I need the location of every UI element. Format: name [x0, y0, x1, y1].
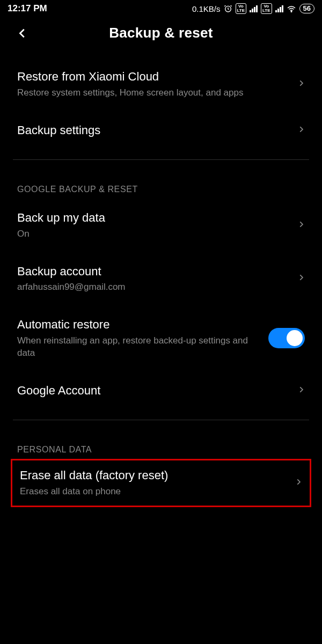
- restore-xiaomi-cloud-item[interactable]: Restore from Xiaomi Cloud Restore system…: [13, 57, 309, 111]
- factory-reset-item[interactable]: Erase all data (factory reset) Erases al…: [13, 462, 309, 504]
- item-title: Google Account: [17, 383, 290, 399]
- item-title: Erase all data (factory reset): [20, 468, 287, 484]
- list-section-xiaomi: Restore from Xiaomi Cloud Restore system…: [0, 57, 322, 150]
- highlight-erase-box: Erase all data (factory reset) Erases al…: [11, 459, 311, 507]
- divider: [13, 420, 309, 420]
- status-right: 0.1KB/s VoLTE VoLTE 56: [192, 3, 314, 14]
- toggle-knob: [287, 330, 303, 346]
- list-section-google: Back up my data On Backup account arfahu…: [0, 199, 322, 410]
- item-subtitle: When reinstalling an app, restore backed…: [17, 335, 261, 360]
- signal-icon-1: [250, 5, 258, 12]
- item-title: Back up my data: [17, 210, 290, 226]
- status-bar: 12:17 PM 0.1KB/s VoLTE VoLTE 56: [0, 0, 322, 15]
- backup-account-item[interactable]: Backup account arfahussain99@gmail.com: [13, 252, 309, 306]
- back-button[interactable]: [13, 24, 32, 43]
- automatic-restore-item[interactable]: Automatic restore When reinstalling an a…: [13, 305, 309, 371]
- backup-my-data-item[interactable]: Back up my data On: [13, 199, 309, 252]
- chevron-right-icon: [297, 123, 305, 137]
- chevron-right-icon: [295, 476, 302, 490]
- wifi-icon: [287, 5, 296, 12]
- item-title: Restore from Xiaomi Cloud: [17, 69, 290, 85]
- chevron-right-icon: [297, 77, 305, 91]
- item-subtitle: Erases all data on phone: [20, 486, 287, 498]
- chevron-right-icon: [297, 272, 305, 286]
- svg-point-1: [291, 11, 292, 12]
- volte-icon-1: VoLTE: [236, 3, 247, 14]
- page-title: Backup & reset: [9, 25, 313, 41]
- divider: [13, 159, 309, 160]
- volte-icon-2: VoLTE: [261, 3, 272, 14]
- automatic-restore-toggle[interactable]: [268, 328, 305, 348]
- backup-settings-item[interactable]: Backup settings: [13, 111, 309, 150]
- google-account-item[interactable]: Google Account: [13, 371, 309, 411]
- battery-indicator: 56: [299, 4, 314, 13]
- item-subtitle: Restore system settings, Home screen lay…: [17, 87, 290, 99]
- chevron-right-icon: [297, 218, 305, 232]
- item-subtitle: On: [17, 228, 290, 240]
- status-time: 12:17 PM: [8, 3, 47, 14]
- section-google-label: GOOGLE BACKUP & RESET: [0, 170, 322, 199]
- signal-icon-2: [275, 5, 283, 12]
- item-title: Automatic restore: [17, 317, 261, 333]
- item-subtitle: arfahussain99@gmail.com: [17, 281, 290, 294]
- item-title: Backup settings: [17, 123, 290, 138]
- alarm-icon: [224, 4, 232, 13]
- settings-screen: 12:17 PM 0.1KB/s VoLTE VoLTE 56 Backup &…: [0, 0, 322, 644]
- status-speed: 0.1KB/s: [192, 4, 221, 13]
- page-header: Backup & reset: [0, 15, 322, 57]
- item-title: Backup account: [17, 264, 290, 280]
- section-personal-label: PERSONAL DATA: [0, 430, 322, 459]
- chevron-right-icon: [297, 384, 305, 398]
- chevron-left-icon: [17, 27, 28, 39]
